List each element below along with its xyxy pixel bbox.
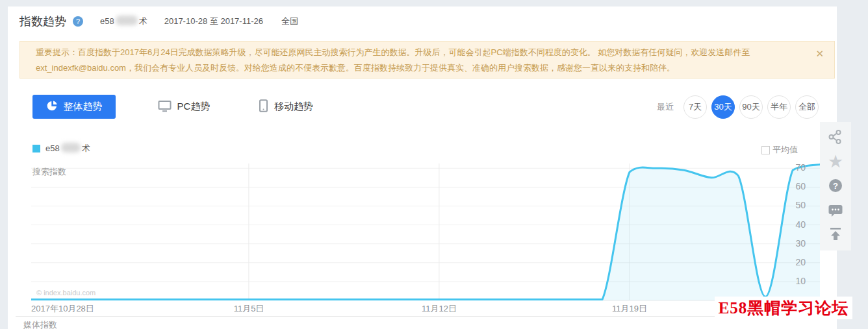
help-icon[interactable]: ? xyxy=(73,16,83,27)
date-range: 2017-10-28 至 2017-11-26 xyxy=(164,16,263,27)
share-icon[interactable] xyxy=(827,128,844,145)
trend-svg xyxy=(31,164,820,300)
time-filter-label: 最近 xyxy=(657,101,674,113)
y-tick-label: 30 xyxy=(780,238,806,249)
y-tick-label: 50 xyxy=(780,200,806,210)
time-option-30d[interactable]: 30天 xyxy=(711,95,735,119)
x-tick-label: 11月12日 xyxy=(422,303,457,315)
time-option-7d[interactable]: 7天 xyxy=(683,95,707,119)
tab-label: 移动趋势 xyxy=(274,101,313,113)
page-title: 指数趋势 xyxy=(19,14,66,29)
trend-tabs-row: 整体趋势 PC趋势 移动趋势 最近 7天 30天 xyxy=(32,95,824,121)
y-axis-title: 搜索指数 xyxy=(32,166,66,178)
main-content-card: 指数趋势 ? e58术 2017-10-28 至 2017-11-26 全国 重… xyxy=(8,6,837,329)
help-icon[interactable]: ? xyxy=(827,177,844,194)
pie-chart-icon xyxy=(46,100,58,114)
feedback-icon[interactable] xyxy=(827,202,844,219)
time-option-90d[interactable]: 90天 xyxy=(739,95,763,119)
legend-swatch xyxy=(32,145,40,152)
floating-toolbar: ★ ? xyxy=(820,122,851,250)
time-option-half-year[interactable]: 半年 xyxy=(767,95,791,119)
y-tick-label: 40 xyxy=(780,219,806,230)
legend-item-keyword[interactable]: e58术 xyxy=(32,143,90,154)
tab-label: 整体趋势 xyxy=(64,101,103,113)
y-axis-labels: 10203040506070 xyxy=(780,164,806,300)
monitor-icon xyxy=(158,100,172,114)
time-range-filter: 最近 7天 30天 90天 半年 全部 xyxy=(657,95,819,119)
page-header: 指数趋势 ? e58术 2017-10-28 至 2017-11-26 全国 xyxy=(8,6,837,36)
average-toggle[interactable]: 平均值 xyxy=(761,144,798,156)
favorite-star-icon[interactable]: ★ xyxy=(827,153,844,170)
tab-mobile-trend[interactable]: 移动趋势 xyxy=(247,95,325,119)
y-tick-label: 20 xyxy=(780,257,806,267)
tab-label: PC趋势 xyxy=(177,101,211,113)
y-tick-label: 10 xyxy=(780,276,806,286)
chart-legend-row: e58术 平均值 xyxy=(32,143,820,157)
notice-text: 重要提示：百度指数于2017年6月24日完成数据策略升级，尽可能还原网民主动搜索… xyxy=(20,42,834,79)
region-label: 全国 xyxy=(281,16,298,27)
close-icon[interactable]: ✕ xyxy=(815,48,824,60)
section-divider xyxy=(16,316,821,317)
keyword-text: e58术 xyxy=(100,16,147,27)
chart-copyright: © index.baidu.com xyxy=(36,289,96,297)
svg-text:?: ? xyxy=(833,181,838,191)
back-to-top-icon[interactable] xyxy=(827,226,844,243)
notice-banner: 重要提示：百度指数于2017年6月24日完成数据策略升级，尽可能还原网民主动搜索… xyxy=(19,41,835,79)
x-axis-labels: 2017年10月28日11月5日11月12日11月19日 xyxy=(31,303,820,315)
average-checkbox[interactable] xyxy=(761,146,770,154)
time-option-all[interactable]: 全部 xyxy=(795,95,819,119)
forum-watermark: E58黑帽学习论坛 xyxy=(715,297,852,319)
media-index-title: 媒体指数 xyxy=(23,319,57,329)
tab-pc-trend[interactable]: PC趋势 xyxy=(148,95,220,119)
mobile-phone-icon xyxy=(259,99,268,114)
x-tick-label: 11月5日 xyxy=(234,303,264,315)
censored-blur xyxy=(61,143,81,152)
tab-overall-trend[interactable]: 整体趋势 xyxy=(32,95,116,119)
average-label: 平均值 xyxy=(772,144,798,156)
legend-keyword: e58术 xyxy=(45,143,90,154)
search-index-chart[interactable]: 搜索指数 10203040506070 2017年10月28日11月5日11月1… xyxy=(31,164,820,300)
y-tick-label: 70 xyxy=(780,162,806,173)
x-tick-label: 2017年10月28日 xyxy=(31,303,94,315)
censored-blur xyxy=(116,16,138,25)
x-tick-label: 11月19日 xyxy=(612,303,647,315)
y-tick-label: 60 xyxy=(780,181,806,191)
